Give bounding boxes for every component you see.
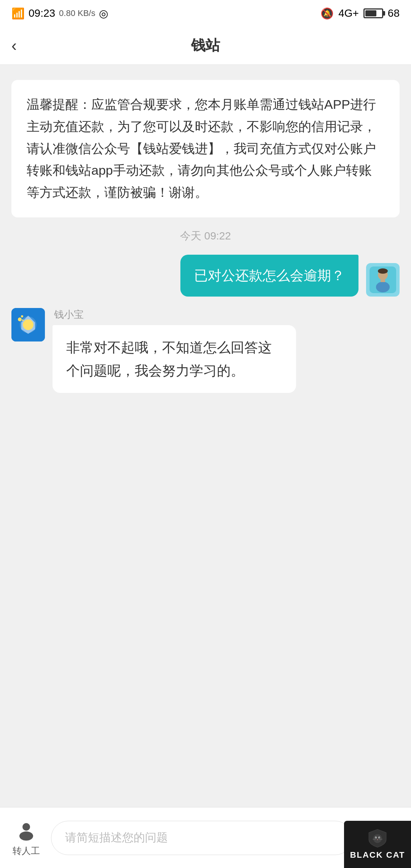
app-header: ‹ 钱站: [0, 27, 411, 65]
svg-point-3: [376, 282, 390, 292]
battery-icon: [363, 8, 383, 18]
user-avatar: [366, 263, 400, 297]
message-input[interactable]: 请简短描述您的问题: [51, 821, 352, 855]
back-button[interactable]: ‹: [11, 37, 17, 55]
svg-point-9: [18, 318, 22, 321]
system-message: 温馨提醒：应监管合规要求，您本月账单需通过钱站APP进行主动充值还款，为了您可以…: [11, 80, 400, 217]
battery-level: 68: [388, 7, 400, 19]
black-cat-watermark: BLACK CAT: [344, 821, 411, 868]
svg-rect-4: [381, 279, 385, 282]
transfer-label: 转人工: [13, 845, 40, 857]
bot-avatar: [11, 308, 45, 341]
black-cat-label: BLACK CAT: [350, 850, 405, 860]
compass-icon: ◎: [99, 7, 108, 20]
svg-point-8: [23, 319, 33, 330]
svg-point-12: [22, 823, 30, 831]
svg-point-10: [21, 315, 23, 318]
bot-name: 钱小宝: [54, 308, 296, 321]
network-label: 4G+: [338, 7, 359, 19]
svg-point-11: [22, 319, 24, 321]
timestamp: 今天 09:22: [0, 229, 411, 243]
status-right: 🔕 4G+ 68: [320, 7, 400, 20]
bot-bubble: 非常对不起哦，不知道怎么回答这个问题呢，我会努力学习的。: [53, 325, 296, 393]
input-placeholder: 请简短描述您的问题: [65, 830, 168, 846]
signal-icon: 📶: [11, 7, 25, 20]
bell-icon: 🔕: [320, 7, 334, 20]
transfer-to-human-button[interactable]: 转人工: [9, 819, 43, 857]
svg-point-31: [375, 838, 376, 839]
svg-point-2: [378, 268, 388, 274]
svg-point-13: [19, 831, 33, 841]
status-bar: 📶 09:23 0.80 KB/s ◎ 🔕 4G+ 68: [0, 0, 411, 27]
status-left: 📶 09:23 0.80 KB/s ◎: [11, 7, 108, 20]
chat-area: 温馨提醒：应监管合规要求，您本月账单需通过钱站APP进行主动充值还款，为了您可以…: [0, 65, 411, 807]
user-bubble: 已对公还款怎么会逾期？: [180, 255, 358, 297]
person-icon: [14, 819, 38, 842]
svg-point-26: [373, 834, 382, 843]
speed-display: 0.80 KB/s: [59, 8, 95, 18]
page-title: 钱站: [191, 36, 220, 55]
bot-info: 钱小宝 非常对不起哦，不知道怎么回答这个问题呢，我会努力学习的。: [53, 308, 296, 393]
time-display: 09:23: [29, 7, 55, 19]
svg-point-32: [379, 838, 380, 839]
bot-message-row: 钱小宝 非常对不起哦，不知道怎么回答这个问题呢，我会努力学习的。: [11, 308, 400, 393]
user-message-row: 已对公还款怎么会逾期？: [11, 255, 400, 297]
